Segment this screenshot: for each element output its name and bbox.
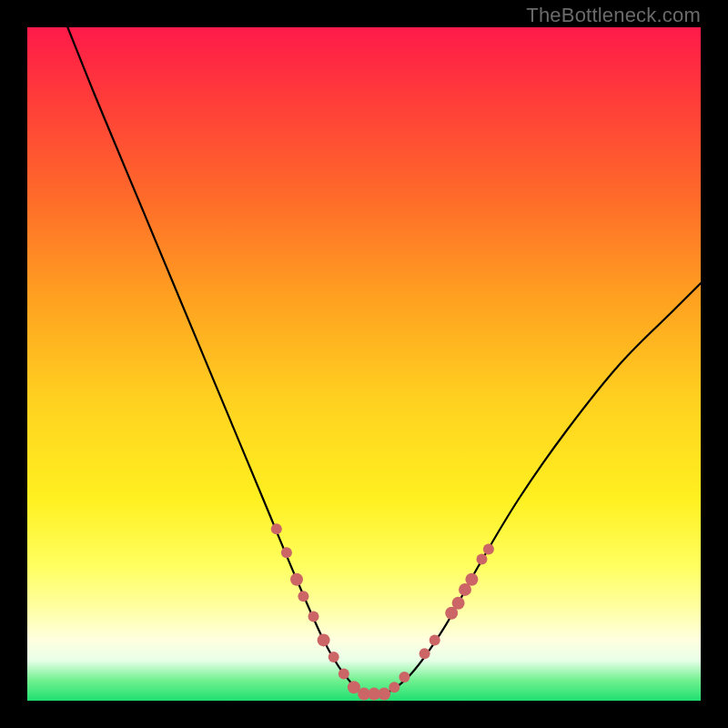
- marker-dot: [281, 547, 292, 558]
- marker-dot: [308, 612, 319, 622]
- watermark-text: TheBottleneck.com: [526, 4, 701, 27]
- marker-dot: [318, 633, 330, 646]
- marker-group: [271, 523, 494, 700]
- plot-area: [27, 27, 701, 701]
- marker-dot: [329, 652, 339, 662]
- marker-dot: [271, 523, 282, 534]
- marker-dot: [483, 544, 494, 555]
- marker-dot: [477, 554, 488, 565]
- marker-dot: [298, 591, 308, 602]
- marker-dot: [420, 648, 430, 659]
- marker-dot: [290, 573, 303, 586]
- marker-dot: [378, 688, 390, 701]
- marker-dot: [339, 668, 349, 679]
- curve-svg: [27, 27, 701, 701]
- bottleneck-curve: [67, 27, 701, 697]
- chart-frame: TheBottleneck.com: [0, 0, 728, 728]
- marker-dot: [389, 682, 399, 693]
- marker-dot: [399, 672, 410, 682]
- marker-dot: [452, 597, 465, 610]
- marker-dot: [430, 634, 440, 645]
- marker-dot: [465, 573, 478, 586]
